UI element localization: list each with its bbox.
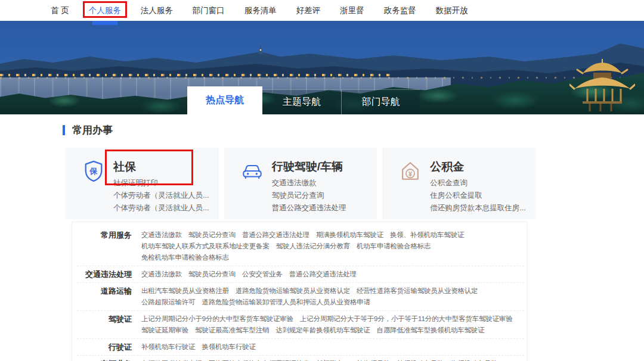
service-link[interactable]: 经营性道路客货运输驾驶员从业资格认定 xyxy=(357,285,478,297)
service-card-2[interactable]: ¥公积金公积金查询住房公积金提取偿还购房贷款本息提取住房... xyxy=(382,148,535,219)
service-link[interactable]: 普通公路交通违法处理 xyxy=(242,229,309,241)
row-category: 道路运输 xyxy=(77,285,132,308)
card-link[interactable]: 个体劳动者（灵活就业人员... xyxy=(113,202,209,214)
service-link[interactable]: 补换领号牌 xyxy=(357,358,391,361)
section-header: 常用办事 xyxy=(63,124,644,136)
service-link[interactable]: 道路危险货物运输装卸管理人员和押运人员从业资格申请 xyxy=(202,297,370,308)
table-row-0: 常用服务交通违法缴款驾驶员记分查询普通公路交通违法处理期满换领机动车驾驶证换领、… xyxy=(77,227,524,266)
banner-tab-2[interactable]: 部门导航 xyxy=(341,89,420,114)
service-link[interactable]: 补领机动车行驶证 xyxy=(141,341,195,353)
city-lights xyxy=(0,74,394,76)
card-link[interactable]: 个体劳动者（灵活就业人员... xyxy=(113,189,209,202)
nav-item-1[interactable]: 个人服务 xyxy=(89,0,121,21)
nav-item-5[interactable]: 好差评 xyxy=(296,0,321,21)
service-link[interactable]: 机动车申请检验合格标志 xyxy=(357,241,431,252)
card-link[interactable]: 驾驶员记分查询 xyxy=(272,189,346,202)
table-row-5: 车辆业务车辆购置税纳税申报网络预约出租汽车车辆营运证核发（部门联办）补换领号牌补… xyxy=(77,356,524,361)
section-accent-bar xyxy=(63,125,65,135)
service-cards: 保社保社保证明打印个体劳动者（灵活就业人员...个体劳动者（灵活就业人员...行… xyxy=(66,148,535,219)
active-nav-indicator xyxy=(92,21,117,25)
row-category: 车辆业务 xyxy=(77,358,132,361)
nav-item-0[interactable]: 首 页 xyxy=(51,0,69,21)
nav-item-label: 好差评 xyxy=(296,5,321,16)
nav-item-7[interactable]: 政务监督 xyxy=(384,0,416,21)
nav-item-label: 服务清单 xyxy=(244,5,277,16)
nav-item-label: 数据开放 xyxy=(436,5,468,16)
nav-item-3[interactable]: 部门窗口 xyxy=(193,0,225,21)
card-link[interactable]: 社保证明打印 xyxy=(113,177,209,189)
service-link[interactable]: 普通公路交通违法处理 xyxy=(289,269,357,280)
nav-item-8[interactable]: 数据开放 xyxy=(436,0,468,21)
row-category: 交通违法处理 xyxy=(77,269,132,280)
card-text: 公积金公积金查询住房公积金提取偿还购房贷款本息提取住房... xyxy=(430,160,525,219)
card-link[interactable]: 普通公路交通违法处理 xyxy=(272,202,346,214)
service-link[interactable]: 网络预约出租汽车车辆营运证核发（部门联办） xyxy=(209,358,350,361)
service-link[interactable]: 驾驶证最高准驾车型注销 xyxy=(195,325,269,336)
card-text: 行驶驾驶/车辆交通违法缴款驾驶员记分查询普通公路交通违法处理 xyxy=(272,160,346,219)
shield-bao-icon: 保 xyxy=(82,160,105,182)
row-links: 补领机动车行驶证换领机动车行驶证 xyxy=(141,341,524,353)
service-link[interactable]: 驾驶证延期审验 xyxy=(141,325,188,336)
table-row-4: 行驶证补领机动车行驶证换领机动车行驶证 xyxy=(77,339,524,356)
service-link[interactable]: 期满换领机动车驾驶证 xyxy=(316,229,383,241)
row-links: 交通违法缴款驾驶员记分查询公安交管业务普通公路交通违法处理 xyxy=(141,269,524,280)
row-category: 行驶证 xyxy=(77,341,132,353)
svg-text:¥: ¥ xyxy=(408,170,413,178)
card-title[interactable]: 社保 xyxy=(113,160,209,174)
service-card-0[interactable]: 保社保社保证明打印个体劳动者（灵活就业人员...个体劳动者（灵活就业人员... xyxy=(66,148,219,219)
nav-item-label: 部门窗口 xyxy=(193,5,225,16)
service-link[interactable]: 驾驶人违法记分满分教育 xyxy=(276,241,350,252)
table-row-2: 道路运输出租汽车驾驶员从业资格注册道路危险货物运输驾驶员从业资格认定经营性道路客… xyxy=(77,283,524,311)
service-link[interactable]: 机动车驾驶人联系方式及联系地址变更备案 xyxy=(141,241,270,252)
service-link[interactable]: 补领机动车号牌 xyxy=(397,358,444,361)
nav-item-label: 法人服务 xyxy=(141,5,173,16)
service-link[interactable]: 换领机动车号牌 xyxy=(451,358,498,361)
service-link[interactable]: 车辆购置税纳税申报 xyxy=(141,358,202,361)
service-link[interactable]: 道路危险货物运输驾驶员从业资格认定 xyxy=(236,285,350,297)
service-card-1[interactable]: 行驶驾驶/车辆交通违法缴款驾驶员记分查询普通公路交通违法处理 xyxy=(224,148,377,219)
service-link[interactable]: 上记分周期记分小于9分的大中型客货车驾驶证审验 xyxy=(141,313,293,325)
house-yen-icon: ¥ xyxy=(399,160,422,182)
card-text: 社保社保证明打印个体劳动者（灵活就业人员...个体劳动者（灵活就业人员... xyxy=(113,160,209,219)
table-row-3: 驾驶证上记分周期记分小于9分的大中型客货车驾驶证审验上记分周期记分大于等于9分，… xyxy=(77,311,524,339)
service-link[interactable]: 驾驶员记分查询 xyxy=(188,269,236,280)
service-link[interactable]: 自愿降低准驾车型换领机动车驾驶证 xyxy=(377,325,485,336)
service-link[interactable]: 公安交管业务 xyxy=(242,269,283,280)
service-link[interactable]: 换领、补领机动车驾驶证 xyxy=(390,229,464,241)
nav-item-label: 浙里督 xyxy=(340,5,364,16)
row-links: 上记分周期记分小于9分的大中型客货车驾驶证审验上记分周期记分大于等于9分，小于等… xyxy=(141,313,524,336)
row-links: 出租汽车驾驶员从业资格注册道路危险货物运输驾驶员从业资格认定经营性道路客货运输驾… xyxy=(141,285,524,308)
nav-item-2[interactable]: 法人服务 xyxy=(141,0,173,21)
car-icon xyxy=(241,160,264,182)
service-link[interactable]: 达到规定年龄换领机动车驾驶证 xyxy=(275,325,370,336)
service-link[interactable]: 换领机动车行驶证 xyxy=(202,341,255,353)
nav-item-label: 个人服务 xyxy=(89,5,121,16)
banner-tab-1[interactable]: 主题导航 xyxy=(262,89,341,114)
card-title[interactable]: 行驶驾驶/车辆 xyxy=(272,160,346,174)
nav-item-label: 首 页 xyxy=(51,5,69,16)
nav-item-6[interactable]: 浙里督 xyxy=(340,0,364,21)
nav-item-label: 政务监督 xyxy=(384,5,416,16)
service-link[interactable]: 出租汽车驾驶员从业资格注册 xyxy=(141,285,229,297)
service-link[interactable]: 交通违法缴款 xyxy=(141,269,182,280)
nav-item-4[interactable]: 服务清单 xyxy=(244,0,277,21)
top-nav: 首 页个人服务法人服务部门窗口服务清单好差评浙里督政务监督数据开放 xyxy=(0,0,644,21)
table-row-1: 交通违法处理交通违法缴款驾驶员记分查询公安交管业务普通公路交通违法处理 xyxy=(77,266,524,283)
banner-tab-0[interactable]: 热点导航 xyxy=(187,86,262,114)
row-category: 常用服务 xyxy=(77,229,132,263)
service-link[interactable]: 交通违法缴款 xyxy=(141,229,182,241)
service-link[interactable]: 上记分周期记分大于等于9分，小于等于11分的大中型客货车驾驶证审验 xyxy=(300,313,513,325)
row-category: 驾驶证 xyxy=(77,313,132,336)
section-title: 常用办事 xyxy=(72,123,113,137)
banner-tab-bar: 热点导航主题导航部门导航 xyxy=(187,86,420,114)
service-link[interactable]: 公路超限运输许可 xyxy=(141,297,195,308)
card-link[interactable]: 交通违法缴款 xyxy=(272,177,346,189)
service-link[interactable]: 驾驶员记分查询 xyxy=(188,229,236,241)
card-link[interactable]: 住房公积金提取 xyxy=(430,189,525,202)
row-links: 交通违法缴款驾驶员记分查询普通公路交通违法处理期满换领机动车驾驶证换领、补领机动… xyxy=(141,229,524,263)
card-title[interactable]: 公积金 xyxy=(430,160,525,174)
city-lights-far xyxy=(0,77,644,79)
card-link[interactable]: 偿还购房贷款本息提取住房... xyxy=(430,202,525,214)
service-link[interactable]: 免检机动车申请检验合格标志 xyxy=(141,252,229,263)
card-link[interactable]: 公积金查询 xyxy=(430,177,525,189)
